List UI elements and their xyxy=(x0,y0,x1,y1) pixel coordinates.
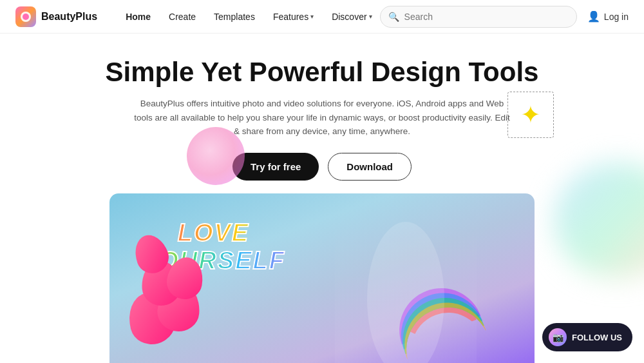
hero-image: LOVE YOURSELF xyxy=(109,193,535,363)
star-icon: ✦ xyxy=(520,101,541,129)
follow-us-button[interactable]: 📷 FOLLOW US xyxy=(542,323,632,351)
hero-buttons: Try for free Download xyxy=(13,153,631,181)
nav-link-home[interactable]: Home xyxy=(118,8,158,26)
search-icon: 🔍 xyxy=(388,12,399,22)
main-content: Simple Yet Powerful Design Tools BeautyP… xyxy=(0,34,644,363)
nav-links: Home Create Templates Features ▾ Discove… xyxy=(118,8,379,26)
love-text: LOVE xyxy=(142,219,285,247)
decorative-star: ✦ xyxy=(507,92,554,138)
hero-section: Simple Yet Powerful Design Tools BeautyP… xyxy=(0,34,644,363)
search-input[interactable] xyxy=(404,12,569,22)
search-bar[interactable]: 🔍 xyxy=(380,6,577,28)
svg-point-1 xyxy=(23,14,29,20)
instagram-icon: 📷 xyxy=(549,328,567,346)
logo-icon xyxy=(15,6,36,27)
chevron-down-icon: ▾ xyxy=(369,13,372,20)
hero-title: Simple Yet Powerful Design Tools xyxy=(13,57,631,88)
navbar: BeautyPlus Home Create Templates Feature… xyxy=(0,0,644,34)
decorative-circle xyxy=(187,127,245,185)
chevron-down-icon: ▾ xyxy=(310,13,314,20)
logo-text: BeautyPlus xyxy=(41,11,97,23)
try-for-free-button[interactable]: Try for free xyxy=(232,153,319,181)
download-button[interactable]: Download xyxy=(328,153,412,181)
nav-link-create[interactable]: Create xyxy=(161,8,204,26)
logo[interactable]: BeautyPlus xyxy=(15,6,97,27)
nav-link-discover[interactable]: Discover ▾ xyxy=(324,8,379,26)
hero-person xyxy=(335,209,477,363)
nav-link-templates[interactable]: Templates xyxy=(206,8,263,26)
hero-image-bg: LOVE YOURSELF xyxy=(109,193,535,363)
svg-point-2 xyxy=(367,222,444,363)
nav-link-features[interactable]: Features ▾ xyxy=(265,8,321,26)
login-button[interactable]: 👤 Log in xyxy=(587,10,629,23)
hero-subtitle: BeautyPlus offers intuitive photo and vi… xyxy=(132,97,512,139)
user-icon: 👤 xyxy=(587,10,600,23)
